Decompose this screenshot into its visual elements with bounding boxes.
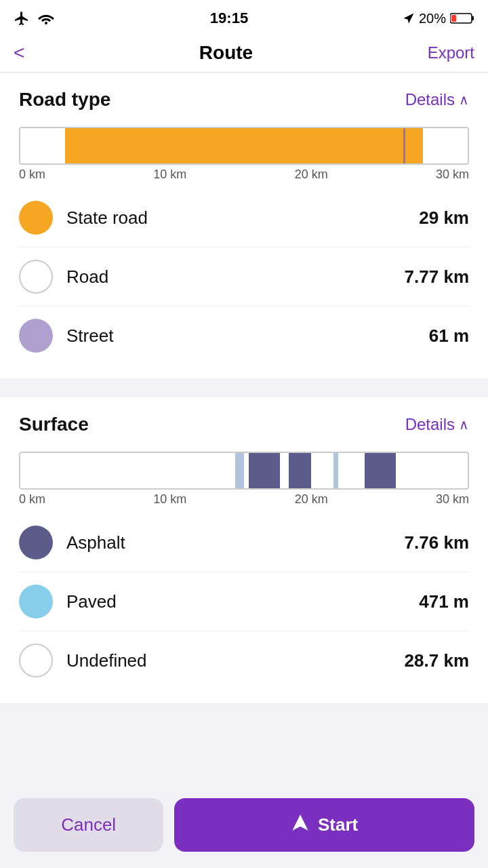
surface-item-undefined: Undefined 28.7 km [19,631,469,690]
surf-seg-w2 [244,453,249,488]
surface-header: Surface Details ∧ [19,414,469,435]
svg-rect-1 [472,16,474,20]
road-dot [19,260,53,294]
start-nav-icon [291,813,310,837]
surface-item-paved: Paved 471 m [19,572,469,631]
road-bar-seg-white-right [423,128,468,163]
paved-value: 471 m [419,591,469,612]
cancel-button[interactable]: Cancel [14,798,163,852]
export-button[interactable]: Export [428,43,474,62]
road-type-details-button[interactable]: Details ∧ [405,90,469,109]
svg-marker-3 [292,814,308,830]
road-type-section: Road type Details ∧ 0 km 10 km 20 km 30 … [0,73,488,378]
location-icon [403,12,415,24]
surf-seg-w1 [20,453,235,488]
state-road-label: State road [66,208,419,229]
paved-dot [19,585,53,618]
surface-section: Surface Details ∧ 0 km [0,397,488,703]
navigation-icon [291,813,310,832]
surf-seg-b2 [333,453,338,488]
km-label-0: 0 km [19,167,45,182]
surface-legend: Asphalt 7.76 km Paved 471 m Undefined 28… [19,513,469,690]
battery-icon [450,12,474,24]
surf-km-0: 0 km [19,492,45,507]
street-label: Street [66,326,429,347]
start-label: Start [318,814,358,835]
status-right: 20% [403,11,474,26]
bottom-bar: Cancel Start [0,787,488,868]
asphalt-label: Asphalt [66,532,405,553]
surface-km-labels: 0 km 10 km 20 km 30 km [19,490,469,507]
road-bar-seg-white-left [20,128,65,163]
surf-km-20: 20 km [295,492,328,507]
km-label-10: 10 km [153,167,186,182]
undefined-dot [19,644,53,677]
surface-details-button[interactable]: Details ∧ [405,415,469,434]
road-type-item-road: Road 7.77 km [19,248,469,307]
surf-seg-d2 [289,453,311,488]
road-bar-seg-orange [65,128,423,163]
state-road-dot [19,201,53,235]
km-label-30: 30 km [436,167,469,182]
surf-seg-b1 [235,453,244,488]
surf-km-10: 10 km [153,492,186,507]
asphalt-dot [19,526,53,559]
street-dot [19,319,53,353]
paved-label: Paved [66,591,419,612]
battery-text: 20% [419,11,446,26]
undefined-value: 28.7 km [405,650,469,671]
page-title: Route [199,42,253,64]
surface-item-asphalt: Asphalt 7.76 km [19,513,469,572]
surface-title: Surface [19,414,89,435]
road-bar-purple-line [403,128,405,163]
nav-bar: < Route Export [0,34,488,73]
road-value: 7.77 km [405,267,469,288]
surf-seg-w5 [338,453,365,488]
road-type-bar [19,127,469,165]
road-type-header: Road type Details ∧ [19,89,469,111]
surf-seg-w3 [280,453,289,488]
road-type-item-street: Street 61 m [19,307,469,365]
start-button[interactable]: Start [174,798,474,852]
surf-seg-d3 [365,453,396,488]
status-left [14,10,56,26]
street-value: 61 m [429,326,469,347]
surface-chevron-icon: ∧ [459,416,469,433]
km-label-20: 20 km [295,167,328,182]
status-bar: 19:15 20% [0,0,488,34]
road-type-chevron-icon: ∧ [459,92,469,108]
asphalt-value: 7.76 km [405,532,469,553]
undefined-label: Undefined [66,650,405,671]
state-road-value: 29 km [419,208,469,229]
wifi-icon [37,12,56,25]
surf-seg-d1 [249,453,280,488]
airplane-icon [14,10,30,26]
road-type-title: Road type [19,89,110,111]
road-label: Road [66,267,405,288]
surf-km-30: 30 km [436,492,469,507]
surf-seg-w4 [311,453,333,488]
road-type-km-labels: 0 km 10 km 20 km 30 km [19,165,469,182]
surface-chart: 0 km 10 km 20 km 30 km [19,452,469,507]
status-time: 19:15 [210,9,248,27]
surface-bar [19,452,469,490]
back-button[interactable]: < [14,42,24,64]
road-type-chart: 0 km 10 km 20 km 30 km [19,127,469,182]
section-separator [0,378,488,397]
road-type-item-state-road: State road 29 km [19,189,469,248]
svg-rect-2 [451,15,456,22]
surf-seg-w6 [396,453,423,488]
road-type-legend: State road 29 km Road 7.77 km Street 61 … [19,189,469,365]
